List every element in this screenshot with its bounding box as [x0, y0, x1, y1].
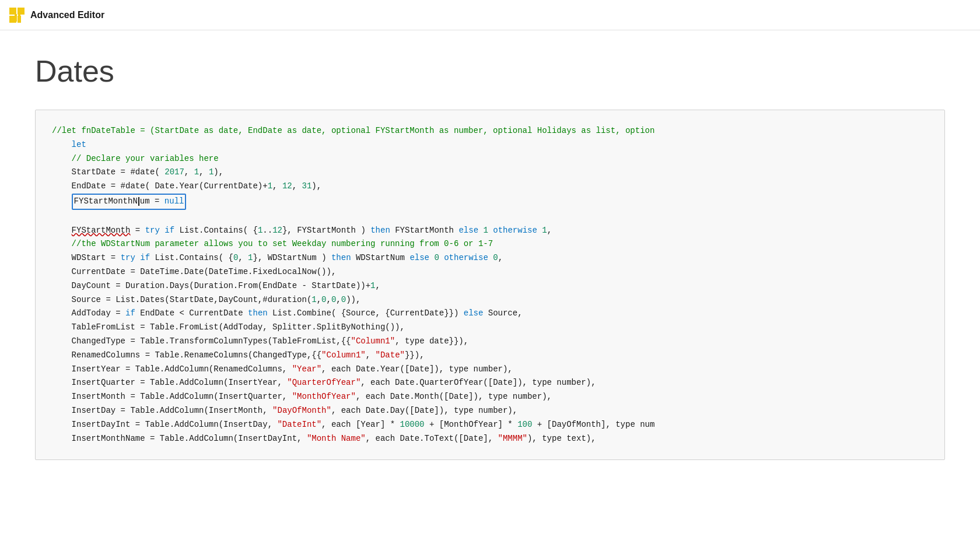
code-line-5: EndDate = #date( Date.Year(CurrentDate)+…: [52, 180, 928, 194]
app-title: Advanced Editor: [30, 10, 104, 20]
title-bar: Advanced Editor: [0, 0, 980, 30]
code-line-3: // Declare your variables here: [52, 152, 928, 166]
code-line-1: //let fnDateTable = (StartDate as date, …: [52, 124, 928, 138]
code-line-11: CurrentDate = DateTime.Date(DateTime.Fix…: [52, 265, 928, 279]
code-line-22: InsertDayInt = Table.AddColumn(InsertDay…: [52, 418, 928, 432]
code-line-13: Source = List.Dates(StartDate,DayCount,#…: [52, 293, 928, 307]
code-line-9: //the WDStartNum parameter allows you to…: [52, 237, 928, 251]
code-line-21: InsertDay = Table.AddColumn(InsertMonth,…: [52, 404, 928, 418]
code-line-2: let: [52, 138, 928, 152]
code-line-23: InsertMonthName = Table.AddColumn(Insert…: [52, 432, 928, 446]
svg-rect-6: [15, 14, 17, 22]
code-line-12: DayCount = Duration.Days(Duration.From(E…: [52, 279, 928, 293]
code-line-10: WDStart = try if List.Contains( {0, 1}, …: [52, 251, 928, 265]
code-editor[interactable]: //let fnDateTable = (StartDate as date, …: [35, 110, 945, 460]
svg-rect-4: [10, 8, 16, 14]
code-line-8: FYStartMonth = try if List.Contains( {1.…: [52, 224, 928, 238]
code-line-20: InsertMonth = Table.AddColumn(InsertQuar…: [52, 390, 928, 404]
code-line-17: RenamedColumns = Table.RenameColumns(Cha…: [52, 349, 928, 363]
code-line-15: TableFromList = Table.FromList(AddToday,…: [52, 321, 928, 335]
code-line-4: StartDate = #date( 2017, 1, 1),: [52, 166, 928, 180]
code-line-6: FYStartMonthNum = null: [52, 194, 928, 210]
code-line-14: AddToday = if EndDate < CurrentDate then…: [52, 307, 928, 321]
code-line-16: ChangedType = Table.TransformColumnTypes…: [52, 335, 928, 349]
code-line-18: InsertYear = Table.AddColumn(RenamedColu…: [52, 363, 928, 377]
svg-rect-5: [11, 16, 13, 22]
app-logo: [9, 8, 24, 23]
main-content: Dates //let fnDateTable = (StartDate as …: [0, 30, 980, 483]
svg-rect-7: [18, 12, 20, 22]
page-title: Dates: [35, 54, 945, 89]
code-line-7: [52, 210, 928, 224]
code-line-19: InsertQuarter = Table.AddColumn(InsertYe…: [52, 376, 928, 390]
